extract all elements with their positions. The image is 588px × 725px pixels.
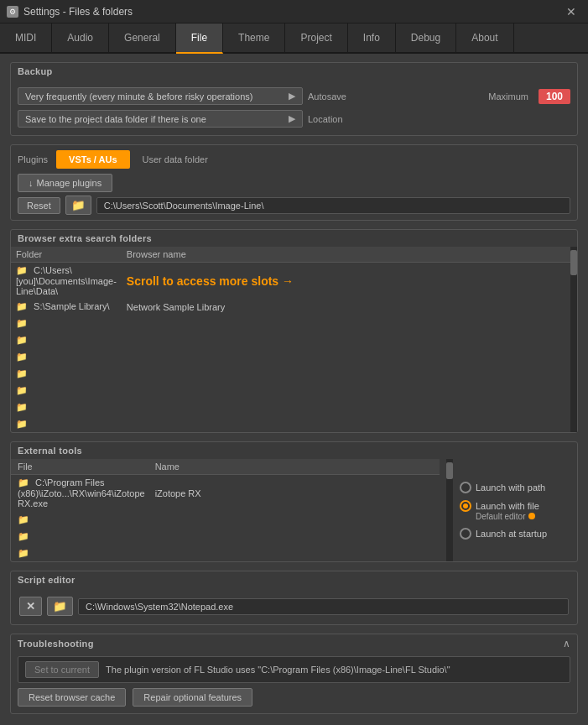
manage-plugins-btn[interactable]: ↓ Manage plugins (18, 174, 112, 192)
tab-file[interactable]: File (176, 23, 223, 54)
tab-theme[interactable]: Theme (223, 23, 285, 52)
tab-bar: MIDI Audio General File Theme Project In… (0, 23, 588, 54)
browser-col-name: Browser name (122, 247, 577, 263)
tools-col-file: File (11, 459, 150, 475)
manage-plugins-icon: ↓ (29, 178, 34, 188)
plugins-section: Plugins VSTs / AUs User data folder ↓ Ma… (10, 144, 578, 221)
close-button[interactable]: ✕ (561, 3, 581, 20)
tab-project[interactable]: Project (285, 23, 347, 52)
radio-launch-with-path[interactable]: Launch with path (460, 482, 569, 493)
table-row: 📁 (11, 315, 577, 331)
script-editor-clear-btn[interactable]: ✕ (19, 597, 42, 616)
tab-midi[interactable]: MIDI (0, 23, 52, 52)
folder-icon: 📁 (16, 402, 28, 412)
default-editor-dot (528, 513, 535, 519)
tools-table-wrap: File Name 📁 C:\Program Files (x86)\iZoto… (11, 459, 440, 561)
folder-icon: 📁 (18, 514, 29, 524)
tab-vsts-aus[interactable]: VSTs / AUs (56, 150, 129, 169)
browser-section: Browser extra search folders Folder Brow… (10, 229, 578, 433)
scroll-hint: Scroll to access more slots → (127, 274, 294, 288)
folder-icon: 📁 (16, 265, 28, 275)
tab-debug[interactable]: Debug (396, 23, 456, 52)
tools-scrollbar[interactable] (446, 459, 453, 561)
table-row: 📁 C:\Program Files (x86)\iZoto...\RX\win… (11, 475, 440, 512)
table-row: 📁 (11, 382, 577, 399)
table-row: 📁 (11, 365, 577, 382)
browser-row-1-folder[interactable]: 📁 S:\Sample Library\ (11, 299, 122, 315)
radio-launch-with-file[interactable]: Launch with file (460, 500, 569, 512)
external-tools-section: External tools File Name (10, 441, 578, 562)
repair-optional-features-btn[interactable]: Repair optional features (133, 688, 252, 707)
external-tools-header: External tools (11, 442, 577, 459)
tab-audio[interactable]: Audio (52, 23, 109, 52)
script-editor-browse-btn[interactable]: 📁 (47, 597, 73, 616)
backup-location-label: Save to the project data folder if there… (25, 114, 206, 124)
browser-col-folder: Folder (11, 247, 122, 263)
autosave-frequency-btn[interactable]: Very frequently (every minute & before r… (18, 87, 303, 105)
set-to-current-btn[interactable]: Set to current (25, 661, 99, 678)
radio-label-launch-at-startup: Launch at startup (476, 529, 547, 539)
default-editor-label: Default editor (476, 512, 525, 521)
radio-circle-launch-with-file (460, 500, 471, 512)
user-data-folder-btn[interactable]: 📁 (65, 196, 91, 215)
tools-row-0-file[interactable]: 📁 C:\Program Files (x86)\iZoto...\RX\win… (11, 475, 150, 512)
reset-browser-cache-btn[interactable]: Reset browser cache (18, 688, 126, 707)
browser-table: Folder Browser name 📁 C:\Users\[you]\Doc… (11, 247, 577, 432)
tab-user-data-folder[interactable]: User data folder (130, 150, 221, 169)
tools-scrollbar-thumb[interactable] (446, 462, 453, 479)
folder-icon: 📁 (16, 335, 28, 345)
folder-icon: 📁 (18, 548, 29, 558)
tab-general[interactable]: General (109, 23, 176, 52)
tab-info[interactable]: Info (348, 23, 396, 52)
tools-table: File Name 📁 C:\Program Files (x86)\iZoto… (11, 459, 440, 561)
plugins-label: Plugins (18, 154, 48, 164)
user-data-path: C:\Users\Scott\Documents\Image-Line\ (96, 197, 570, 214)
folder-icon: 📁 (18, 531, 29, 541)
folder-open-icon: 📁 (71, 199, 86, 211)
radio-label-launch-with-file: Launch with file (476, 501, 539, 511)
backup-location-arrow-icon: ▶ (289, 113, 295, 124)
troubleshooting-section: Troubleshooting ∧ Set to current The plu… (10, 634, 578, 714)
table-row: 📁 (11, 331, 577, 348)
table-row: 📁 (11, 348, 577, 365)
script-editor-row: ✕ 📁 C:\Windows\System32\Notepad.exe (18, 593, 570, 619)
main-content: Backup Very frequently (every minute & b… (0, 54, 588, 722)
title-bar-left: ⚙ Settings - Files & folders (7, 6, 133, 18)
backup-location-type: Location (308, 114, 367, 124)
radio-circle-launch-at-startup (460, 528, 471, 540)
table-row: 📁 (11, 545, 440, 561)
backup-row-2: Save to the project data folder if there… (18, 107, 570, 130)
troubleshoot-info-text: The plugin version of FL Studio uses "C:… (106, 665, 450, 675)
tab-about[interactable]: About (456, 23, 513, 52)
autosave-arrow-icon: ▶ (289, 91, 295, 102)
script-editor-body: ✕ 📁 C:\Windows\System32\Notepad.exe (11, 588, 577, 624)
action-btns: Reset browser cache Repair optional feat… (18, 688, 570, 707)
tools-row-0-name: iZotope RX (150, 475, 440, 512)
table-row: 📁 S:\Sample Library\ Network Sample Libr… (11, 299, 577, 315)
backup-location-btn[interactable]: Save to the project data folder if there… (18, 110, 303, 128)
manage-plugins-label: Manage plugins (37, 178, 102, 188)
collapse-icon[interactable]: ∧ (563, 638, 570, 649)
radio-options: Launch with path Launch with file Defaul… (460, 459, 577, 561)
folder-icon: 📁 (16, 352, 28, 362)
browser-scrollbar[interactable] (570, 247, 577, 432)
backup-max-value[interactable]: 100 (539, 89, 570, 104)
folder-icon: 📁 (16, 301, 28, 311)
folder-icon: 📁 (16, 368, 28, 378)
script-editor-section: Script editor ✕ 📁 C:\Windows\System32\No… (10, 571, 578, 625)
radio-label-launch-with-path: Launch with path (476, 482, 545, 493)
browser-scrollbar-thumb[interactable] (570, 250, 577, 275)
radio-launch-at-startup[interactable]: Launch at startup (460, 528, 569, 540)
browser-row-0-folder[interactable]: 📁 C:\Users\[you]\Documents\Image-Line\Da… (11, 263, 122, 300)
folder-icon: 📁 (18, 477, 29, 488)
table-row: 📁 (11, 528, 440, 545)
user-data-row: Reset 📁 C:\Users\Scott\Documents\Image-L… (18, 196, 570, 215)
backup-body: Very frequently (every minute & before r… (11, 80, 577, 135)
user-data-reset-btn[interactable]: Reset (18, 197, 60, 214)
folder-icon: 📁 (16, 385, 28, 395)
autosave-type: Autosave (308, 91, 367, 102)
table-row: 📁 (11, 399, 577, 415)
default-editor-row: Default editor (476, 512, 569, 521)
browser-table-wrap: Folder Browser name 📁 C:\Users\[you]\Doc… (11, 247, 577, 432)
browser-row-0-name: Scroll to access more slots → (122, 263, 577, 300)
